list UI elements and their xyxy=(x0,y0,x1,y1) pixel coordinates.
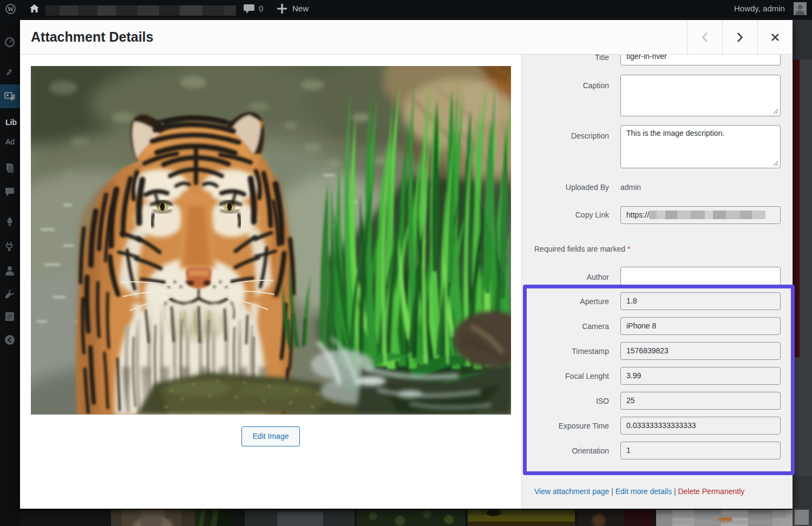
svg-text:W: W xyxy=(8,5,14,13)
